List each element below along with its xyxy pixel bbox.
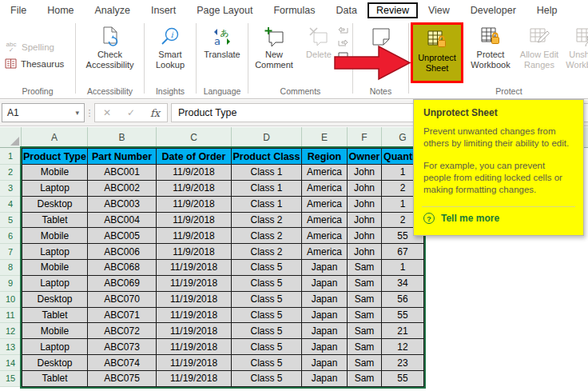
cell-quantity[interactable]: 12	[382, 339, 424, 355]
cell-product-type[interactable]: Laptop	[22, 276, 88, 292]
cell-product-class[interactable]: Class 2	[232, 228, 302, 244]
cell-region[interactable]: America	[302, 244, 348, 260]
select-all-corner[interactable]	[0, 127, 22, 147]
cell-date-of-order[interactable]: 11/19/2018	[157, 276, 232, 292]
ribbon-tab[interactable]: Help	[526, 2, 568, 18]
ribbon-tab[interactable]: Insert	[141, 2, 186, 18]
cell-part-number[interactable]: ABC002	[88, 181, 157, 197]
cell-part-number[interactable]: ABC075	[88, 371, 157, 387]
unshare-workbook-button[interactable]: Unshare Workbook	[562, 22, 588, 70]
cancel-icon[interactable]: ✕	[95, 107, 119, 118]
cell-part-number[interactable]: ABC074	[88, 355, 157, 371]
name-box[interactable]: A1 ▾	[2, 103, 85, 122]
cell-product-class[interactable]: Class 5	[232, 308, 302, 324]
enter-icon[interactable]: ✓	[119, 107, 143, 118]
cell-region[interactable]: Japan	[302, 260, 348, 276]
cell-product-type[interactable]: Tablet	[22, 371, 88, 387]
cell-owner[interactable]: John	[348, 228, 382, 244]
cell-region[interactable]: America	[302, 197, 348, 213]
row-number[interactable]: 3	[0, 181, 22, 197]
cell-part-number[interactable]: ABC069	[88, 276, 157, 292]
cell-owner[interactable]: Sam	[348, 308, 382, 324]
row-number[interactable]: 4	[0, 197, 22, 213]
smart-lookup-button[interactable]: i Smart Lookup	[145, 22, 195, 86]
cell-product-class[interactable]: Class 2	[232, 244, 302, 260]
insert-function-icon[interactable]: fx	[143, 107, 167, 119]
ribbon-tab[interactable]: Home	[37, 2, 84, 18]
cell-quantity[interactable]: 56	[382, 292, 424, 308]
cell-date-of-order[interactable]: 11/19/2018	[157, 371, 232, 387]
previous-comment-icon[interactable]	[338, 26, 352, 35]
cell-product-type[interactable]: Laptop	[22, 181, 88, 197]
cell-product-class[interactable]: Class 5	[232, 355, 302, 371]
cell-quantity[interactable]: 55	[382, 371, 424, 387]
cell-owner[interactable]: John	[348, 244, 382, 260]
cell-owner[interactable]: John	[348, 197, 382, 213]
cell-date-of-order[interactable]: 11/9/2018	[157, 197, 232, 213]
cell-region[interactable]: America	[302, 165, 348, 181]
header-cell[interactable]: Region	[302, 148, 348, 165]
cell-product-type[interactable]: Mobile	[22, 165, 88, 181]
cell-product-class[interactable]: Class 5	[232, 339, 302, 355]
cell-region[interactable]: Japan	[302, 355, 348, 371]
cell-date-of-order[interactable]: 11/19/2018	[157, 308, 232, 324]
cell-product-class[interactable]: Class 5	[232, 371, 302, 387]
cell-product-type[interactable]: Desktop	[22, 197, 88, 213]
cell-date-of-order[interactable]: 11/9/2018	[157, 244, 232, 260]
cell-region[interactable]: Japan	[302, 371, 348, 387]
cell-part-number[interactable]: ABC068	[88, 260, 157, 276]
cell-part-number[interactable]: ABC005	[88, 228, 157, 244]
row-number[interactable]: 14	[0, 355, 22, 371]
cell-product-class[interactable]: Class 1	[232, 165, 302, 181]
cell-product-type[interactable]: Mobile	[22, 260, 88, 276]
formula-bar-resize-handle[interactable]: ⋮	[85, 108, 94, 118]
row-number[interactable]: 7	[0, 244, 22, 260]
cell-part-number[interactable]: ABC070	[88, 292, 157, 308]
cell-region[interactable]: Japan	[302, 276, 348, 292]
cell-part-number[interactable]: ABC071	[88, 308, 157, 324]
row-number[interactable]: 1	[0, 148, 22, 165]
column-header-b[interactable]: B	[88, 127, 157, 147]
cell-date-of-order[interactable]: 11/19/2018	[157, 292, 232, 308]
cell-product-type[interactable]: Tablet	[22, 213, 88, 229]
row-number[interactable]: 2	[0, 165, 22, 181]
ribbon-tab[interactable]: Analyze	[85, 2, 141, 18]
cell-owner[interactable]: Sam	[348, 339, 382, 355]
cell-quantity[interactable]: 21	[382, 323, 424, 339]
cell-product-type[interactable]: Mobile	[22, 228, 88, 244]
cell-product-type[interactable]: Mobile	[22, 323, 88, 339]
row-number[interactable]: 13	[0, 339, 22, 355]
tell-me-more-link[interactable]: ? Tell me more	[423, 213, 574, 224]
cell-owner[interactable]: Sam	[348, 276, 382, 292]
row-number[interactable]: 15	[0, 371, 22, 387]
unprotect-sheet-button[interactable]: Unprotect Sheet	[411, 22, 463, 83]
header-cell[interactable]: Part Number	[88, 148, 157, 165]
ribbon-tab[interactable]: Formulas	[263, 2, 325, 18]
row-number[interactable]: 11	[0, 308, 22, 324]
cell-product-class[interactable]: Class 5	[232, 292, 302, 308]
cell-date-of-order[interactable]: 11/19/2018	[157, 339, 232, 355]
column-header-e[interactable]: E	[302, 127, 348, 147]
cell-product-type[interactable]: Desktop	[22, 292, 88, 308]
ribbon-tab[interactable]: Review	[368, 2, 418, 18]
cell-date-of-order[interactable]: 11/9/2018	[157, 165, 232, 181]
header-cell[interactable]: Owner	[348, 148, 382, 165]
cell-quantity[interactable]: 34	[382, 276, 424, 292]
cell-product-class[interactable]: Class 1	[232, 181, 302, 197]
cell-product-class[interactable]: Class 1	[232, 197, 302, 213]
cell-owner[interactable]: John	[348, 213, 382, 229]
cell-part-number[interactable]: ABC073	[88, 339, 157, 355]
delete-comment-button[interactable]: Delete	[300, 22, 338, 86]
cell-product-class[interactable]: Class 5	[232, 276, 302, 292]
cell-region[interactable]: America	[302, 181, 348, 197]
cell-quantity[interactable]: 23	[382, 355, 424, 371]
row-number[interactable]: 8	[0, 260, 22, 276]
column-header-c[interactable]: C	[157, 127, 232, 147]
allow-edit-ranges-button[interactable]: Allow Edit Ranges	[516, 22, 562, 70]
cell-product-class[interactable]: Class 5	[232, 260, 302, 276]
cell-owner[interactable]: John	[348, 165, 382, 181]
column-header-a[interactable]: A	[22, 127, 88, 147]
cell-part-number[interactable]: ABC072	[88, 323, 157, 339]
cell-region[interactable]: Japan	[302, 339, 348, 355]
cell-date-of-order[interactable]: 11/19/2018	[157, 260, 232, 276]
